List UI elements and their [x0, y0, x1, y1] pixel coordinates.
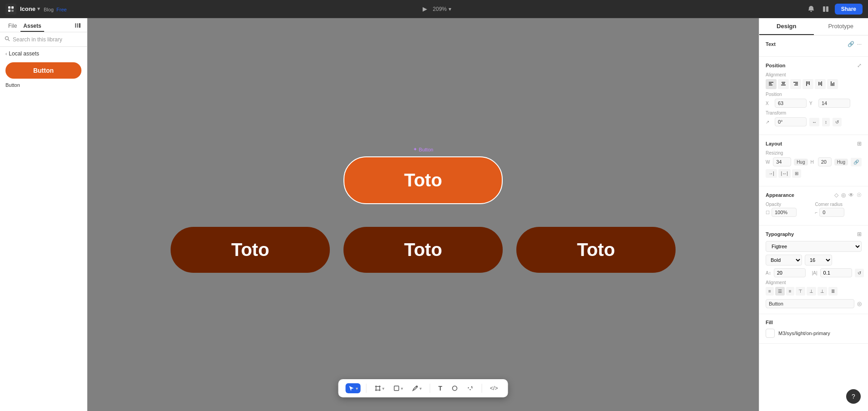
- angle-label: ↗: [766, 120, 772, 125]
- tool-text[interactable]: T: [436, 383, 445, 394]
- appearance-icon-4[interactable]: ☉: [857, 192, 862, 198]
- opacity-input[interactable]: [772, 208, 797, 217]
- align-right[interactable]: [790, 79, 801, 89]
- style-icon[interactable]: ◎: [857, 301, 862, 307]
- tab-file[interactable]: File: [5, 21, 20, 32]
- position-resize-icon[interactable]: ⤢: [857, 62, 862, 69]
- help-button[interactable]: ?: [846, 389, 861, 404]
- tool-frame[interactable]: ▾: [372, 383, 387, 393]
- appearance-icon-1[interactable]: ◇: [834, 192, 838, 198]
- fill-swatch[interactable]: [766, 329, 775, 338]
- w-label: W: [766, 160, 770, 165]
- flip-v[interactable]: ↕: [822, 118, 830, 126]
- svg-line-10: [8, 40, 10, 41]
- layout-align-center[interactable]: |↔|: [778, 169, 791, 178]
- tool-select[interactable]: ▾: [346, 383, 361, 393]
- svg-rect-30: [781, 85, 786, 85]
- tab-assets[interactable]: Assets: [20, 21, 44, 32]
- free-tag[interactable]: Free: [56, 7, 67, 12]
- appearance-icon-2[interactable]: ◎: [841, 192, 846, 198]
- share-button[interactable]: Share: [835, 4, 863, 15]
- top-bar-left: Icone ▾ Blog Free: [5, 4, 67, 15]
- layout-icon[interactable]: ⊞: [857, 140, 862, 147]
- play-button[interactable]: ▶: [421, 4, 429, 14]
- align-bottom[interactable]: [827, 79, 838, 89]
- rotate-icon[interactable]: ↺: [833, 118, 842, 126]
- text-align-justify[interactable]: ≣: [828, 287, 838, 296]
- project-name[interactable]: Icone ▾: [20, 5, 40, 12]
- tool-ellipse[interactable]: [449, 383, 460, 393]
- letter-spacing-input[interactable]: [820, 268, 852, 277]
- tab-prototype[interactable]: Prototype: [814, 18, 868, 35]
- zoom-chevron: ▾: [449, 6, 451, 12]
- font-weight-select[interactable]: Bold: [766, 255, 802, 266]
- font-size-select[interactable]: 16: [805, 255, 832, 266]
- canvas-buttons-row: Toto Toto Toto: [171, 227, 676, 273]
- w-input[interactable]: [773, 157, 791, 166]
- split-view-button[interactable]: [820, 4, 831, 15]
- font-family-select[interactable]: Figtree: [766, 241, 862, 252]
- asset-button-preview[interactable]: Button: [5, 62, 81, 79]
- lock-ratio[interactable]: 🔗: [851, 158, 862, 166]
- layout-align-h[interactable]: →|: [766, 169, 777, 178]
- x-input[interactable]: [775, 99, 807, 108]
- text-align-label: Alignment: [766, 280, 862, 285]
- text-align-center[interactable]: ☰: [775, 287, 785, 296]
- transform-label: Transform: [766, 110, 862, 115]
- align-center-v[interactable]: [815, 79, 826, 89]
- svg-point-19: [417, 386, 418, 387]
- canvas-button-dark-3[interactable]: Toto: [516, 227, 676, 273]
- text-align-bottom[interactable]: ⊥: [818, 287, 827, 296]
- blog-tag: Blog: [44, 7, 54, 12]
- position-header: Position ⤢: [766, 62, 862, 69]
- notification-button[interactable]: [806, 4, 817, 15]
- angle-input[interactable]: [775, 117, 807, 126]
- text-align-left[interactable]: ≡: [766, 287, 774, 296]
- tool-component[interactable]: [464, 383, 476, 393]
- text-align-top[interactable]: ⊤: [796, 287, 805, 296]
- flip-h[interactable]: ↔: [809, 118, 819, 126]
- alignment-row: [766, 79, 862, 89]
- svg-rect-32: [795, 83, 798, 84]
- tab-design[interactable]: Design: [759, 18, 814, 35]
- text-align-middle[interactable]: ⊥: [807, 287, 816, 296]
- section-fill: Fill M3/sys/light/on-primary: [759, 314, 868, 344]
- zoom-indicator[interactable]: 209% ▾: [433, 6, 451, 12]
- line-height-input[interactable]: [774, 268, 806, 277]
- canvas-button-primary[interactable]: Toto: [343, 156, 503, 204]
- library-icon[interactable]: [74, 21, 81, 32]
- weight-size-row: Bold 16: [766, 255, 862, 266]
- tool-shape[interactable]: ▾: [391, 383, 406, 393]
- tool-pen[interactable]: ▾: [409, 383, 424, 393]
- corner-col: Corner radius ⌐: [815, 202, 862, 217]
- align-top[interactable]: [802, 79, 813, 89]
- svg-rect-37: [818, 82, 819, 85]
- typography-icon[interactable]: ⊞: [857, 231, 862, 237]
- align-left[interactable]: [766, 79, 777, 89]
- text-align-right[interactable]: ≡: [786, 287, 794, 296]
- canvas-button-dark-2[interactable]: Toto: [343, 227, 503, 273]
- search-input[interactable]: [13, 36, 81, 43]
- canvas-button-dark-1[interactable]: Toto: [171, 227, 330, 273]
- local-assets-row[interactable]: ‹ Local assets: [0, 47, 87, 60]
- h-unit[interactable]: Hug: [834, 159, 848, 165]
- canvas[interactable]: ✦ Button Toto Toto Toto Toto: [87, 18, 759, 411]
- letter-spacing-reset[interactable]: ↺: [855, 269, 864, 277]
- y-input[interactable]: [818, 99, 850, 108]
- app-logo-icon[interactable]: [5, 4, 16, 15]
- tool-code[interactable]: </>: [487, 383, 500, 393]
- align-center-h[interactable]: [778, 79, 789, 89]
- appearance-icons: ◇ ◎ 👁 ☉: [834, 192, 862, 198]
- shape-chevron: ▾: [401, 386, 403, 391]
- local-assets-label: Local assets: [9, 50, 39, 57]
- appearance-icon-3[interactable]: 👁: [848, 192, 854, 198]
- style-input[interactable]: [766, 299, 854, 308]
- w-unit[interactable]: Hug: [794, 159, 807, 165]
- corner-input[interactable]: [819, 208, 844, 217]
- h-input[interactable]: [818, 157, 832, 166]
- link-icon[interactable]: 🔗: [848, 41, 854, 47]
- separator-3: [481, 384, 482, 393]
- layout-align-v[interactable]: ⊞: [792, 169, 801, 178]
- position-xy-row: X Y: [766, 99, 862, 108]
- more-icon[interactable]: ···: [857, 41, 862, 47]
